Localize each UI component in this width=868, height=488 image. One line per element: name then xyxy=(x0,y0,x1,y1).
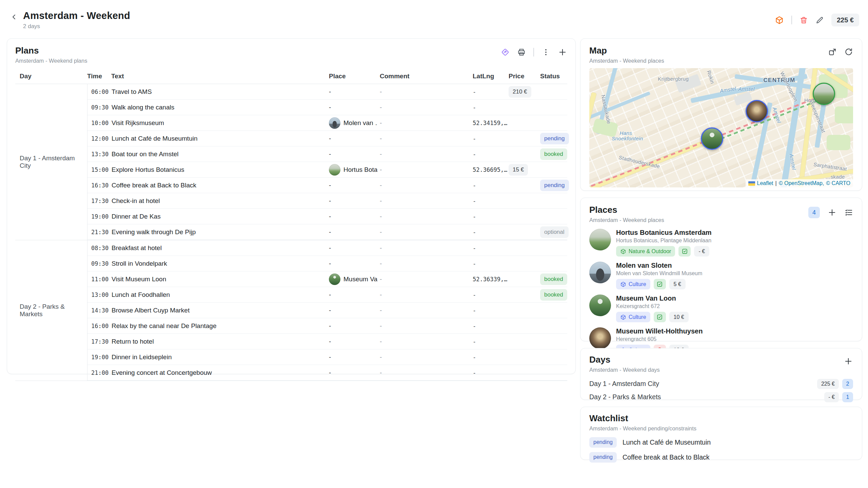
plan-comment: - xyxy=(380,244,473,252)
plan-comment: - xyxy=(380,260,473,267)
trip-total-badge: 225 € xyxy=(831,14,859,26)
delete-trip-button[interactable] xyxy=(800,16,808,24)
map-card: Map Amsterdam - Weekend places xyxy=(580,38,862,191)
map-expand-button[interactable] xyxy=(828,47,837,56)
places-checklist-button[interactable] xyxy=(844,208,853,217)
add-plan-button[interactable] xyxy=(558,47,567,57)
plan-place-name: - xyxy=(329,338,331,345)
add-day-button[interactable] xyxy=(844,357,853,366)
plan-row[interactable]: 13:30 Boat tour on the Amstel - - - book… xyxy=(87,146,567,162)
map-marker[interactable] xyxy=(701,127,723,150)
plan-comment: - xyxy=(380,322,473,330)
back-button[interactable] xyxy=(10,13,18,21)
plan-comment: - xyxy=(380,291,473,299)
plan-row[interactable]: 17:30 Return to hotel - - - xyxy=(87,334,567,349)
plan-place: - xyxy=(329,307,380,314)
plan-time: 09:30 xyxy=(87,104,112,111)
map-canvas[interactable]: Krijtbergbrug Rokin Amstel Amstel CENTRU… xyxy=(589,68,853,187)
plan-comment: - xyxy=(380,213,473,220)
plan-comment: - xyxy=(380,135,473,142)
place-visit-flag[interactable] xyxy=(654,279,666,289)
export-package-button[interactable] xyxy=(775,16,784,25)
plan-comment: - xyxy=(380,307,473,314)
plan-row[interactable]: 06:00 Travel to AMS - - - 210 € xyxy=(87,84,567,100)
places-title: Places xyxy=(589,205,664,215)
place-address: Keizersgracht 672 xyxy=(616,303,689,309)
add-place-button[interactable] xyxy=(827,208,837,217)
plan-text: Evening concert at Concertgebouw xyxy=(112,369,329,377)
plan-latlng: - xyxy=(473,229,509,236)
plus-icon xyxy=(844,357,853,366)
plan-row[interactable]: 21:30 Evening walk through De Pijp - - -… xyxy=(87,224,567,240)
column-header-day: Day xyxy=(15,73,87,80)
day-row[interactable]: Day 1 - Amsterdam City 225 € 2 xyxy=(589,377,853,390)
day-price-badge: 225 € xyxy=(817,379,839,389)
plan-row[interactable]: 15:00 Explore Hortus Botanicus Hortus Bo… xyxy=(87,162,567,178)
place-list-item[interactable]: Museum Van Loon Keizersgracht 672 Cultur… xyxy=(589,294,853,322)
map-marker[interactable] xyxy=(746,100,768,122)
checkbox-checked-icon xyxy=(682,248,688,255)
place-category-label: Nature & Outdoor xyxy=(629,248,671,255)
plan-time: 11:00 xyxy=(87,276,112,283)
plan-place: Museum Va… xyxy=(329,273,380,285)
watchlist-row[interactable]: pending Coffee break at Back to Black xyxy=(589,451,853,464)
plan-row[interactable]: 10:00 Visit Rijksmuseum Molen van … - 52… xyxy=(87,115,567,131)
plan-time: 16:00 xyxy=(87,323,112,329)
plan-row[interactable]: 13:00 Lunch at Foodhallen - - - booked xyxy=(87,287,567,303)
edit-trip-button[interactable] xyxy=(815,16,824,24)
print-button[interactable] xyxy=(517,48,526,57)
watchlist-text: Coffee break at Back to Black xyxy=(623,453,710,461)
column-header-latlng: LatLng xyxy=(473,73,509,80)
carto-link[interactable]: © CARTO xyxy=(826,180,850,186)
map-title: Map xyxy=(589,45,664,56)
plan-place-name: - xyxy=(329,291,331,299)
map-park xyxy=(835,106,853,123)
plan-time: 19:00 xyxy=(87,354,112,361)
plan-comment: - xyxy=(380,104,473,111)
plan-row[interactable]: 09:30 Walk along the canals - - - xyxy=(87,100,567,115)
place-list-item[interactable]: Molen van Sloten Molen van Sloten Windmi… xyxy=(589,262,853,289)
plan-row[interactable]: 09:30 Stroll in Vondelpark - - - xyxy=(87,256,567,271)
route-button[interactable] xyxy=(501,48,510,57)
plan-place: - xyxy=(329,338,380,345)
day-row[interactable]: Day 2 - Parks & Markets - € 1 xyxy=(589,390,853,404)
plan-text: Evening walk through De Pijp xyxy=(112,228,329,236)
plan-row[interactable]: 21:00 Evening concert at Concertgebouw -… xyxy=(87,365,567,381)
plan-row[interactable]: 19:00 Dinner at De Kas - - - xyxy=(87,209,567,224)
plan-text: Return to hotel xyxy=(112,338,329,345)
place-list-item[interactable]: Hortus Botanicus Amsterdam Hortus Botani… xyxy=(589,229,853,257)
plans-table: Day 1 - Amsterdam City 06:00 Travel to A… xyxy=(15,84,567,381)
map-refresh-button[interactable] xyxy=(844,47,853,56)
map-marker[interactable] xyxy=(813,83,835,105)
plan-place-name: - xyxy=(329,244,331,252)
plan-row[interactable]: 12:00 Lunch at Café de Museumtuin - - - … xyxy=(87,131,567,146)
plan-place: - xyxy=(329,150,380,158)
watchlist-items: pending Lunch at Café de Museumtuin pend… xyxy=(589,436,853,464)
plan-row[interactable]: 11:00 Visit Museum Loon Museum Va… - 52.… xyxy=(87,271,567,287)
plan-place: - xyxy=(329,213,380,220)
leaflet-link[interactable]: Leaflet xyxy=(757,180,773,186)
plan-place-name: - xyxy=(329,213,331,220)
column-header-place: Place xyxy=(329,73,380,80)
plans-menu-button[interactable] xyxy=(541,48,550,57)
place-visit-flag[interactable] xyxy=(678,246,691,257)
plan-row[interactable]: 08:30 Breakfast at hotel - - - xyxy=(87,240,567,256)
plan-time: 13:00 xyxy=(87,291,112,298)
osm-link[interactable]: © OpenStreetMap, xyxy=(779,180,824,186)
plan-row[interactable]: 14:30 Browse Albert Cuyp Market - - - xyxy=(87,303,567,318)
plan-row[interactable]: 19:00 Dinner in Leidseplein - - - xyxy=(87,349,567,365)
plan-row[interactable]: 17:30 Check-in at hotel - - - xyxy=(87,193,567,209)
cube-icon xyxy=(620,248,626,255)
place-visit-flag[interactable] xyxy=(654,312,666,322)
expand-icon xyxy=(828,47,837,56)
page-subtitle: 2 days xyxy=(23,23,130,30)
place-thumbnail xyxy=(329,117,340,129)
watchlist-row[interactable]: pending Lunch at Café de Museumtuin xyxy=(589,436,853,449)
plan-row[interactable]: 16:00 Relax by the canal near De Plantag… xyxy=(87,318,567,334)
plan-time: 06:00 xyxy=(87,88,112,95)
plan-row[interactable]: 16:30 Coffee break at Back to Black - - … xyxy=(87,178,567,193)
plan-status-badge: optional xyxy=(540,226,569,238)
plan-text: Travel to AMS xyxy=(112,88,329,96)
plan-place-name: - xyxy=(329,197,331,205)
map-attribution: Leaflet | © OpenStreetMap, © CARTO xyxy=(746,179,853,187)
